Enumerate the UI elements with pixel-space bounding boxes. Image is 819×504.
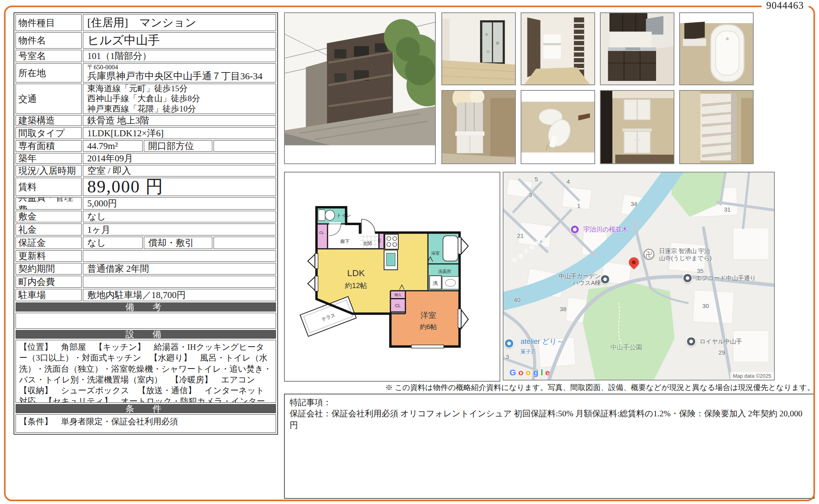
renewal-fee-label: 更新料 [16, 250, 82, 262]
map-label: エフコード中山手通り [696, 275, 756, 282]
fp-washroom-label: 洗面所 [438, 269, 451, 274]
map-pin-icon [686, 336, 696, 346]
layout-type-label: 間取タイプ [16, 127, 82, 139]
map-label: 5 [535, 176, 538, 182]
layout-type-value: 1LDK[LDK12×洋6] [83, 127, 276, 139]
map-label: 中山手ガーデン ハウスA棟 [558, 273, 601, 286]
access-line-2: 西神山手線「大倉山」徒歩8分 [87, 94, 200, 104]
spec-table: 物件種目 [住居用] マンション 物件名 ヒルズ中山手 号室名 101（1階部分… [14, 12, 278, 435]
row-conditions: 【条件】 単身者限定・保証会社利用必須 [16, 414, 276, 433]
remarks-header: 備 考 [16, 302, 276, 312]
key-money-value: 1ヶ月 [83, 224, 276, 235]
conditions-value: 【条件】 単身者限定・保証会社利用必須 [16, 414, 276, 433]
map-pin-icon [682, 273, 692, 283]
property-type-label: 物件種目 [16, 14, 82, 31]
row-remarks [16, 313, 276, 329]
equipment-value: 【位置】 角部屋 【キッチン】 給湯器・IHクッキングヒーター（3口以上）・対面… [16, 340, 276, 403]
row-fees: 共益費・管理費 5,000円 [16, 197, 276, 210]
location-map: 5 4 3 1 34 31 21 35 40 38 30 29 [503, 172, 775, 380]
photo-kitchen [600, 12, 674, 85]
row-conditions-header: 条 件 [16, 404, 276, 413]
row-rent: 賃料 89,000 円 [16, 178, 276, 196]
access-line-3: 神戸東西線「花隈」徒歩10分 [87, 104, 196, 114]
fp-washer-label: 洗 [433, 280, 438, 286]
map-label: 宇治川の桜並木 [583, 226, 628, 233]
association-fee-value [83, 276, 276, 288]
location-label: 所在地 [16, 63, 82, 82]
fp-bedroom-size: 約6帖 [420, 323, 437, 331]
row-location: 所在地 〒650-0004 兵庫県神戸市中央区中山手通７丁目36-34 [16, 63, 276, 82]
row-built: 築年 2014年09月 [16, 153, 276, 164]
disclaimer-text: ※ この資料は物件の概略紹介資料になります。写真、間取図面、設備、概要などが現況… [284, 382, 815, 393]
map-pin-icon [600, 274, 610, 284]
map-label: 中山手公園 [610, 344, 642, 351]
address: 兵庫県神戸市中央区中山手通７丁目36-34 [87, 71, 263, 82]
map-label: ロイヤル中山手 [699, 338, 742, 345]
row-access: 交通 東海道線「元町」徒歩15分 西神山手線「大倉山」徒歩8分 神戸東西線「花隈… [16, 84, 276, 114]
area-value: 44.79m² [83, 140, 143, 152]
row-remarks-header: 備 考 [16, 302, 276, 312]
map-label: 35 [697, 267, 703, 274]
deposit-label: 敷金 [16, 211, 82, 222]
map-pin-icon: 卍 [644, 249, 654, 260]
photo-closet-shelves [679, 90, 754, 164]
contract-value: 普通借家 2年間 [83, 263, 276, 275]
map-label: 40 [514, 296, 521, 303]
photo-living-room [441, 12, 516, 85]
fp-toilet-label: トイレ [337, 212, 351, 218]
fp-entrance-label: 玄関 [363, 241, 372, 246]
photo-washbasin [441, 90, 516, 164]
map-label: 31 [724, 206, 731, 213]
photo-bathtub [679, 12, 754, 85]
room-label: 号室名 [16, 50, 82, 62]
area-label: 専有面積 [16, 140, 82, 152]
row-key-money: 礼金 1ヶ月 [16, 224, 276, 235]
row-area: 専有面積 44.79m² 開口部方位 [16, 140, 276, 152]
fp-storage-label: 物入 [394, 293, 402, 297]
association-fee-label: 町内会費 [16, 276, 82, 288]
map-label: 38 [560, 306, 566, 313]
status-label: 現況/入居時期 [16, 165, 82, 176]
google-logo-letter: g [533, 368, 538, 377]
opening-direction-value [214, 140, 276, 152]
photo-hallway [521, 12, 595, 85]
fees-label: 共益費・管理費 [16, 197, 82, 210]
fp-shoebox-label: SB [377, 238, 381, 243]
parking-value: 敷地内駐車場／18,700円 [83, 289, 276, 301]
map-overlay: 5 4 3 1 34 31 21 35 40 38 30 29 [504, 173, 774, 380]
opening-direction-label: 開口部方位 [144, 140, 212, 152]
fp-ldk-size: 約12帖 [345, 282, 367, 290]
google-logo-letter: l [541, 368, 543, 377]
map-label: 21 [517, 232, 524, 239]
fp-ldk-label: LDK [347, 268, 364, 278]
built-label: 築年 [16, 153, 82, 164]
equipment-header: 設 備 [16, 330, 276, 339]
status-value: 空室 / 即入 [83, 165, 276, 176]
access-label: 交通 [16, 84, 82, 114]
row-equipment: 【位置】 角部屋 【キッチン】 給湯器・IHクッキングヒーター（3口以上）・対面… [16, 340, 276, 403]
map-label: 29 [719, 349, 725, 356]
fp-hall-label: 廊下 [340, 239, 350, 244]
property-flyer: 9044463 物件種目 [住居用] マンション 物件名 ヒルズ中山手 号室名 … [0, 0, 819, 504]
renewal-fee-value [83, 250, 276, 262]
photo-toilet [521, 90, 595, 164]
photo-shoe-cabinet [600, 90, 674, 164]
row-parking: 駐車場 敷地内駐車場／18,700円 [16, 289, 276, 301]
row-structure: 建築構造 鉄骨造 地上3階 [16, 115, 276, 126]
remarks-value [16, 313, 276, 329]
google-logo: G o o g l e [509, 368, 550, 377]
access-value: 東海道線「元町」徒歩15分 西神山手線「大倉山」徒歩8分 神戸東西線「花隈」徒歩… [83, 84, 276, 114]
property-name-value: ヒルズ中山手 [83, 32, 276, 49]
floor-plan: テラス [284, 172, 500, 382]
map-pin-icon [504, 339, 514, 349]
row-deposit: 敷金 なし [16, 211, 276, 222]
fp-bath-label: 浴室 [431, 251, 440, 255]
postal-code: 〒650-0004 [87, 64, 118, 71]
location-value: 〒650-0004 兵庫県神戸市中央区中山手通７丁目36-34 [83, 63, 276, 82]
map-label: atelier どり～ [521, 337, 564, 345]
row-guarantee: 保証金 なし 償却・敷引 [16, 237, 276, 249]
google-logo-letter: o [526, 368, 531, 377]
row-association-fee: 町内会費 [16, 276, 276, 288]
guarantee-label: 保証金 [16, 237, 82, 249]
row-contract: 契約期間 普通借家 2年間 [16, 263, 276, 275]
